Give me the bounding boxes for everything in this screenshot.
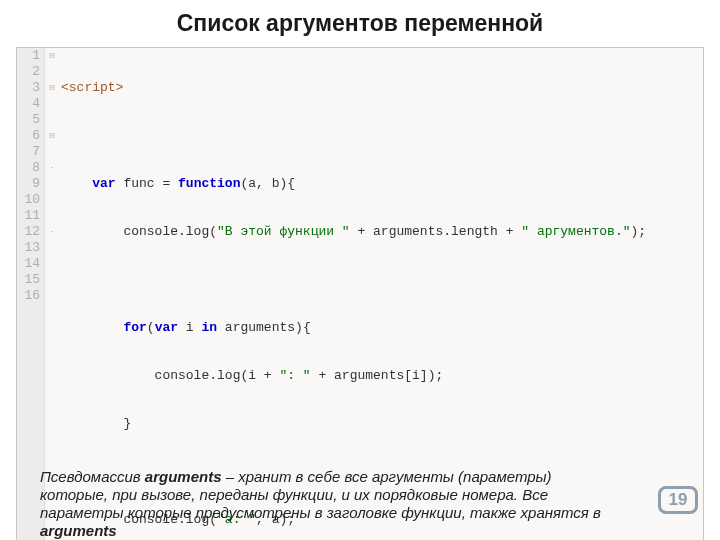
fold-gutter: ⊟⊟ ⊟· · bbox=[45, 48, 59, 540]
page-number-badge: 19 bbox=[658, 486, 698, 514]
line-gutter: 1234 5678 9101112 13141516 bbox=[17, 48, 45, 540]
source-code: <script> var func = function(a, b){ cons… bbox=[59, 48, 703, 540]
description-text: Псевдомассив arguments – хранит в себе в… bbox=[40, 468, 610, 540]
code-editor: 1234 5678 9101112 13141516 ⊟⊟ ⊟· · <scri… bbox=[16, 47, 704, 540]
page-title: Список аргументов переменной bbox=[0, 10, 720, 37]
